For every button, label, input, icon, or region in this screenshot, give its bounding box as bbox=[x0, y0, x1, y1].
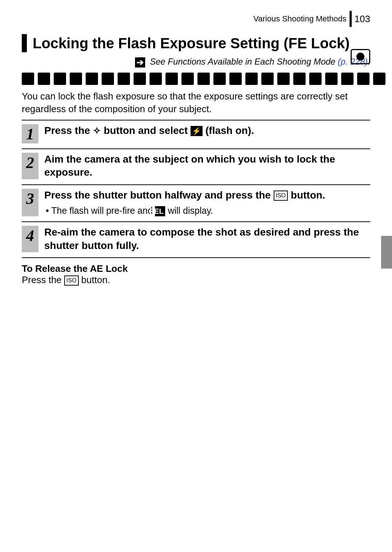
step-number: 4 bbox=[22, 226, 38, 252]
shooting-mode-icon bbox=[22, 73, 34, 85]
header-separator bbox=[350, 11, 352, 27]
page-header: Various Shooting Methods 103 bbox=[22, 11, 370, 27]
manual-page: Various Shooting Methods 103 Locking the… bbox=[0, 0, 392, 307]
title-accent-bar bbox=[22, 34, 27, 52]
shooting-mode-icon bbox=[373, 73, 385, 85]
shooting-mode-icon bbox=[197, 73, 210, 85]
shooting-mode-icon bbox=[357, 73, 369, 85]
step-number: 1 bbox=[22, 124, 38, 143]
release-pre: Press the bbox=[22, 274, 64, 285]
section-thumb-tab bbox=[381, 236, 392, 269]
step-title: Aim the camera at the subject on which y… bbox=[44, 153, 370, 179]
step-number: 2 bbox=[22, 153, 38, 179]
release-title: To Release the AE Lock bbox=[22, 263, 370, 274]
see-also-text: See Functions Available in Each Shooting… bbox=[150, 57, 335, 66]
shooting-mode-icon bbox=[38, 73, 50, 85]
step-body: Aim the camera at the subject on which y… bbox=[44, 153, 370, 179]
see-also-line: ➔ See Functions Available in Each Shooti… bbox=[22, 57, 370, 68]
arrow-icon: ➔ bbox=[135, 57, 145, 68]
iso-button-icon: ISO bbox=[274, 191, 288, 201]
release-post: button. bbox=[79, 274, 110, 285]
step-title: Press the shutter button halfway and pre… bbox=[44, 189, 370, 202]
shooting-mode-icon bbox=[150, 73, 162, 85]
release-body: Press the ISO button. bbox=[22, 274, 370, 286]
shooting-mode-icon bbox=[341, 73, 354, 85]
step3-sub-pre: The flash will pre-fire and bbox=[51, 205, 155, 216]
step1-post: (flash on). bbox=[203, 125, 254, 136]
flash-button-icon: ✧ bbox=[93, 125, 101, 136]
step-body: Press the shutter button halfway and pre… bbox=[44, 189, 370, 217]
shooting-mode-icon bbox=[70, 73, 82, 85]
shooting-mode-icon bbox=[229, 73, 242, 85]
step-number: 3 bbox=[22, 189, 38, 217]
shooting-mode-icon bbox=[245, 73, 258, 85]
section-label: Various Shooting Methods bbox=[253, 14, 346, 24]
camera-mode-icon bbox=[351, 49, 370, 64]
flash-on-icon: ⚡ bbox=[191, 126, 203, 136]
intro-paragraph: You can lock the flash exposure so that … bbox=[22, 90, 370, 115]
step3-sub-post: will display. bbox=[165, 205, 213, 216]
iso-button-icon: ISO bbox=[64, 275, 79, 286]
fel-indicator-icon: FEL bbox=[155, 206, 165, 216]
title-block: Locking the Flash Exposure Setting (FE L… bbox=[22, 34, 370, 52]
step-row: 1 Press the ✧ button and select ⚡ (flash… bbox=[22, 120, 370, 149]
shooting-mode-icon bbox=[134, 73, 146, 85]
step-body: Re-aim the camera to compose the shot as… bbox=[44, 226, 370, 252]
step1-mid: button and select bbox=[101, 125, 191, 136]
step-row: 4 Re-aim the camera to compose the shot … bbox=[22, 222, 370, 258]
page-title: Locking the Flash Exposure Setting (FE L… bbox=[33, 34, 370, 52]
step3-post: button. bbox=[288, 189, 325, 201]
step-title: Press the ✧ button and select ⚡ (flash o… bbox=[44, 124, 370, 137]
step3-pre: Press the shutter button halfway and pre… bbox=[44, 189, 274, 201]
step1-pre: Press the bbox=[44, 125, 93, 136]
shooting-mode-icon bbox=[166, 73, 178, 85]
shooting-mode-icon bbox=[54, 73, 66, 85]
release-block: To Release the AE Lock Press the ISO but… bbox=[22, 263, 370, 286]
step-row: 3 Press the shutter button halfway and p… bbox=[22, 185, 370, 222]
shooting-mode-icon bbox=[118, 73, 130, 85]
step-row: 2 Aim the camera at the subject on which… bbox=[22, 149, 370, 185]
step-title: Re-aim the camera to compose the shot as… bbox=[44, 226, 370, 252]
shooting-mode-icon bbox=[293, 73, 306, 85]
shooting-mode-icon bbox=[181, 73, 194, 85]
shooting-mode-icons-row bbox=[22, 73, 370, 85]
page-number: 103 bbox=[355, 13, 370, 25]
step-substep: The flash will pre-fire and FEL will dis… bbox=[44, 205, 370, 216]
shooting-mode-icon bbox=[213, 73, 226, 85]
shooting-mode-icon bbox=[277, 73, 290, 85]
shooting-mode-icon bbox=[261, 73, 274, 85]
shooting-mode-icon bbox=[102, 73, 114, 85]
step-body: Press the ✧ button and select ⚡ (flash o… bbox=[44, 124, 370, 143]
shooting-mode-icon bbox=[325, 73, 338, 85]
shooting-mode-icon bbox=[309, 73, 322, 85]
shooting-mode-icon bbox=[86, 73, 98, 85]
